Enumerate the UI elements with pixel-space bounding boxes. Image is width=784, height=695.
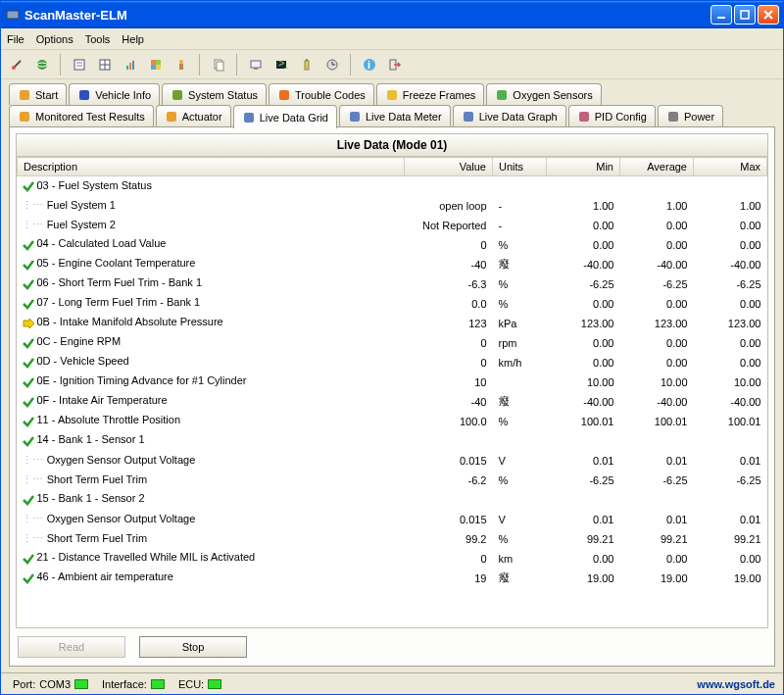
table-row[interactable]: 0B - Intake Manifold Absolute Pressure12… <box>18 314 767 333</box>
tool-copy-icon[interactable] <box>209 55 228 74</box>
tab-icon <box>385 88 399 102</box>
col-avg[interactable]: Average <box>620 158 694 176</box>
check-icon <box>22 375 35 389</box>
col-units[interactable]: Units <box>493 158 547 176</box>
cell-units: % <box>493 274 547 294</box>
menu-options[interactable]: Options <box>36 33 74 45</box>
maximize-button[interactable] <box>734 5 756 25</box>
table-row[interactable]: 03 - Fuel System Status <box>18 176 767 196</box>
tab-live-data-graph[interactable]: Live Data Graph <box>453 105 566 126</box>
tool-form-icon[interactable] <box>70 55 89 74</box>
tab-oxygen-sensors[interactable]: Oxygen Sensors <box>486 83 601 105</box>
tool-gauge-icon[interactable] <box>172 55 191 74</box>
table-row[interactable]: ⋮⋯ Fuel System 2Not Reported-0.000.000.0… <box>18 216 767 235</box>
cell-units: % <box>493 529 547 549</box>
menu-file[interactable]: File <box>7 33 24 45</box>
table-row[interactable]: 0D - Vehicle Speed0km/h0.000.000.00 <box>18 353 767 372</box>
cell-description: Fuel System 2 <box>47 219 116 230</box>
tab-start[interactable]: Start <box>9 83 67 105</box>
read-button: Read <box>18 636 125 658</box>
table-row[interactable]: 07 - Long Term Fuel Trim - Bank 10.0%0.0… <box>18 294 767 314</box>
svg-rect-41 <box>387 90 397 100</box>
cell-min: 123.00 <box>547 314 620 333</box>
tree-branch-icon: ⋮⋯ <box>22 513 41 525</box>
cell-min: 0.00 <box>547 549 620 569</box>
tab-live-data-meter[interactable]: Live Data Meter <box>339 105 451 126</box>
col-description[interactable]: Description <box>18 158 405 176</box>
table-row[interactable]: ⋮⋯ Fuel System 1open loop-1.001.001.00 <box>18 196 767 216</box>
grid-scroll[interactable]: Description Value Units Min Average Max … <box>16 157 768 628</box>
cell-max: 0.01 <box>694 451 767 471</box>
table-row[interactable]: 04 - Calculated Load Value0%0.000.000.00 <box>18 235 767 255</box>
cell-units: km <box>493 549 547 569</box>
tab-freeze-frames[interactable]: Freeze Frames <box>376 83 485 105</box>
tool-grid-icon[interactable] <box>95 55 115 74</box>
app-window: ScanMaster-ELM File Options Tools Help >… <box>0 0 784 695</box>
table-row[interactable]: 21 - Distance Travelled While MIL is Act… <box>18 549 767 569</box>
table-row[interactable]: 0F - Intake Air Temperature-40癈-40.00-40… <box>18 392 767 412</box>
tab-monitored-test-results[interactable]: Monitored Test Results <box>9 105 154 126</box>
cell-value: 0 <box>405 353 493 372</box>
tool-exit-icon[interactable] <box>385 55 405 74</box>
col-value[interactable]: Value <box>405 158 493 176</box>
table-row[interactable]: 05 - Engine Coolant Temperature-40癈-40.0… <box>18 255 767 274</box>
tool-map-icon[interactable] <box>146 55 166 74</box>
cell-max <box>694 431 767 451</box>
table-row[interactable]: 11 - Absolute Throttle Position100.0%100… <box>18 412 767 431</box>
port-value: COM3 <box>39 678 71 690</box>
stop-button[interactable]: Stop <box>139 636 247 658</box>
cell-min: 100.01 <box>547 412 620 431</box>
menu-help[interactable]: Help <box>122 33 144 45</box>
tab-trouble-codes[interactable]: Trouble Codes <box>269 83 374 105</box>
interface-led-icon <box>151 679 165 689</box>
close-button[interactable] <box>758 5 779 25</box>
tab-vehicle-info[interactable]: Vehicle Info <box>69 83 160 105</box>
tree-branch-icon: ⋮⋯ <box>22 199 41 212</box>
vendor-link[interactable]: www.wgsoft.de <box>697 678 775 690</box>
table-row[interactable]: 46 - Ambient air temperature19癈19.0019.0… <box>18 569 767 588</box>
svg-rect-24 <box>217 62 223 71</box>
table-row[interactable]: 14 - Bank 1 - Sensor 1 <box>18 431 767 451</box>
tool-info-icon[interactable]: i <box>360 55 379 74</box>
tool-battery-icon[interactable] <box>297 55 317 74</box>
tab-actuator[interactable]: Actuator <box>156 105 231 126</box>
menu-tools[interactable]: Tools <box>85 33 111 45</box>
tab-live-data-grid[interactable]: Live Data Grid <box>233 105 337 128</box>
tab-system-status[interactable]: System Status <box>162 83 267 105</box>
tab-icon <box>577 110 591 124</box>
tool-connect-icon[interactable] <box>7 55 26 74</box>
tab-power[interactable]: Power <box>658 105 723 126</box>
cell-value: -6.3 <box>405 274 493 294</box>
cell-description: 05 - Engine Coolant Temperature <box>37 257 196 269</box>
table-row[interactable]: ⋮⋯ Short Term Fuel Trim99.2%99.2199.2199… <box>18 529 767 549</box>
titlebar[interactable]: ScanMaster-ELM <box>1 1 783 28</box>
svg-rect-8 <box>74 60 84 70</box>
separator <box>60 54 62 75</box>
table-row[interactable]: ⋮⋯ Short Term Fuel Trim-6.2%-6.25-6.25-6… <box>18 471 767 490</box>
minimize-button[interactable] <box>710 5 732 25</box>
svg-text:>_: >_ <box>278 58 288 69</box>
table-row[interactable]: 06 - Short Term Fuel Trim - Bank 1-6.3%-… <box>18 274 767 294</box>
ecu-led-icon <box>208 679 221 689</box>
col-min[interactable]: Min <box>547 158 620 176</box>
cell-max: -6.25 <box>694 274 767 294</box>
interface-label: Interface: <box>102 678 147 690</box>
tool-globe-icon[interactable] <box>32 55 52 74</box>
cell-min: -6.25 <box>547 274 620 294</box>
tool-chart-icon[interactable] <box>121 55 140 74</box>
table-row[interactable]: ⋮⋯ Oxygen Sensor Output Voltage0.015V0.0… <box>18 451 767 471</box>
tool-monitor-icon[interactable] <box>246 55 266 74</box>
col-max[interactable]: Max <box>694 158 767 176</box>
tool-clock-icon[interactable] <box>322 55 342 74</box>
cell-units: % <box>493 235 547 255</box>
table-row[interactable]: 0E - Ignition Timing Advance for #1 Cyli… <box>18 372 767 392</box>
tool-terminal-icon[interactable]: >_ <box>271 55 291 74</box>
table-row[interactable]: ⋮⋯ Oxygen Sensor Output Voltage0.015V0.0… <box>18 510 767 529</box>
cell-max: 1.00 <box>694 196 767 216</box>
cell-max: -40.00 <box>694 392 767 412</box>
table-row[interactable]: 15 - Bank 1 - Sensor 2 <box>18 490 767 510</box>
cell-units: 癈 <box>493 255 547 274</box>
app-icon <box>5 7 21 23</box>
tab-pid-config[interactable]: PID Config <box>568 105 656 126</box>
table-row[interactable]: 0C - Engine RPM0rpm0.000.000.00 <box>18 333 767 353</box>
